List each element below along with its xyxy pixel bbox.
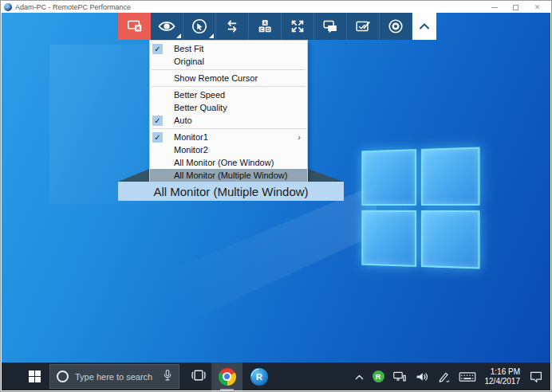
minimize-button[interactable]	[483, 2, 505, 13]
window-controls: ✕	[483, 2, 548, 13]
title-bar: Adam-PC - RemotePC Performance ✕	[2, 2, 550, 13]
chat-bubbles-icon	[321, 18, 339, 35]
key-blocks-icon: A C D	[256, 18, 274, 35]
start-button[interactable]	[19, 363, 49, 390]
menu-separator	[152, 69, 306, 70]
menu-item-label: Better Quality	[174, 103, 227, 112]
remotepc-status-icon[interactable]: R	[369, 363, 388, 390]
window-title: Adam-PC - RemotePC Performance	[15, 3, 131, 11]
chat-button[interactable]	[314, 13, 347, 40]
menu-item-label: Show Remote Cursor	[174, 73, 258, 83]
maximize-button[interactable]	[505, 2, 526, 13]
dropdown-indicator	[209, 33, 214, 38]
svg-text:D: D	[266, 27, 270, 32]
windows-logo-icon	[29, 370, 41, 382]
checkmark-placeholder	[152, 90, 163, 100]
fullscreen-button[interactable]	[282, 13, 314, 40]
clock-time: 1:16 PM	[485, 367, 521, 377]
close-button[interactable]: ✕	[526, 2, 548, 13]
svg-text:C: C	[260, 27, 264, 32]
menu-item[interactable]: Monitor2	[150, 143, 307, 156]
menu-item-label: Monitor1	[174, 132, 208, 142]
menu-item[interactable]: Original	[150, 55, 307, 68]
menu-item[interactable]: Show Remote Cursor	[150, 72, 307, 84]
remotepc-icon: R	[250, 368, 268, 386]
running-app-indicator	[220, 389, 234, 390]
volume-icon[interactable]	[411, 363, 433, 390]
speed-gauge-icon	[191, 18, 208, 35]
keyboard-shortcuts-button[interactable]: A C D	[249, 13, 282, 40]
system-tray: R	[350, 363, 548, 390]
taskbar-search-box[interactable]: Type here to search	[49, 364, 179, 389]
record-icon	[387, 18, 404, 35]
whiteboard-button[interactable]	[347, 13, 380, 40]
chrome-icon	[219, 368, 236, 386]
touch-keyboard-icon[interactable]	[455, 363, 480, 390]
menu-item[interactable]: Better Speed	[150, 88, 307, 101]
checkmark-placeholder	[152, 73, 163, 84]
record-button[interactable]	[380, 13, 412, 40]
checkmark-icon: ✓	[152, 132, 163, 143]
menu-item-label: All Monitor (Multiple Window)	[174, 171, 287, 180]
menu-item-label: Original	[174, 57, 204, 66]
checkmark-placeholder	[152, 103, 163, 113]
checkmark-icon: ✓	[152, 44, 163, 54]
checkmark-placeholder	[152, 57, 163, 67]
submenu-arrow-icon: ›	[298, 132, 301, 142]
menu-item-label: All Monitor (One Window)	[174, 158, 274, 167]
svg-text:A: A	[263, 20, 267, 25]
dropdown-indicator	[176, 33, 181, 38]
show-hidden-icons-button[interactable]	[350, 363, 369, 390]
magnified-menu-item: All Monitor (Multiple Window)	[118, 182, 344, 201]
collapse-toolbar-button[interactable]	[412, 13, 436, 40]
menu-item-label: Monitor2	[174, 145, 208, 155]
windows-ink-icon[interactable]	[433, 363, 455, 390]
remotepc-viewer-window: Adam-PC - RemotePC Performance ✕	[0, 0, 552, 392]
menu-separator	[152, 128, 306, 129]
menu-item[interactable]: ✓Auto	[150, 114, 307, 127]
checkmark-placeholder	[152, 145, 163, 155]
cortana-icon	[57, 370, 69, 382]
disconnect-icon	[126, 18, 144, 35]
taskbar-app-chrome[interactable]	[211, 363, 242, 390]
network-icon[interactable]	[388, 363, 411, 390]
clock-date: 12/4/2017	[485, 377, 521, 386]
menu-item[interactable]: ✓Best Fit	[150, 42, 307, 55]
view-settings-menu: ✓Best FitOriginalShow Remote CursorBette…	[149, 40, 308, 184]
microphone-icon[interactable]	[162, 369, 173, 385]
action-center-button[interactable]	[525, 363, 547, 390]
taskbar-app-remotepc[interactable]: R	[244, 363, 274, 390]
view-settings-button[interactable]	[151, 13, 183, 40]
remote-desktop[interactable]: A C D	[2, 13, 550, 363]
file-transfer-button[interactable]	[216, 13, 249, 40]
task-view-button[interactable]	[187, 363, 211, 390]
remote-toolbar: A C D	[118, 13, 436, 40]
menu-item[interactable]: Better Quality	[150, 101, 307, 114]
checkmark-placeholder	[152, 171, 163, 181]
windows-wallpaper-logo	[361, 147, 479, 269]
chevron-up-icon	[416, 18, 432, 34]
whiteboard-pen-icon	[354, 18, 372, 35]
app-icon	[4, 3, 12, 11]
menu-item[interactable]: All Monitor (One Window)	[150, 156, 307, 169]
checkmark-icon: ✓	[152, 116, 163, 126]
task-view-icon	[191, 368, 207, 386]
menu-item-label: Best Fit	[174, 44, 203, 53]
performance-button[interactable]	[183, 13, 216, 40]
checkmark-placeholder	[152, 158, 163, 168]
menu-item-label: Auto	[174, 116, 192, 125]
wallpaper-light-beam	[2, 184, 377, 363]
menu-item-label: Better Speed	[174, 90, 225, 100]
eye-icon	[157, 17, 176, 36]
swap-arrows-icon	[223, 18, 241, 35]
expand-arrows-icon	[289, 18, 306, 35]
menu-item[interactable]: All Monitor (Multiple Window)	[150, 169, 307, 182]
disconnect-button[interactable]	[118, 13, 151, 40]
remote-taskbar: Type here to search R	[2, 363, 550, 390]
menu-separator	[152, 86, 306, 87]
menu-item[interactable]: ✓Monitor1›	[150, 131, 307, 143]
taskbar-clock[interactable]: 1:16 PM 12/4/2017	[480, 367, 526, 386]
search-placeholder: Type here to search	[75, 372, 152, 382]
